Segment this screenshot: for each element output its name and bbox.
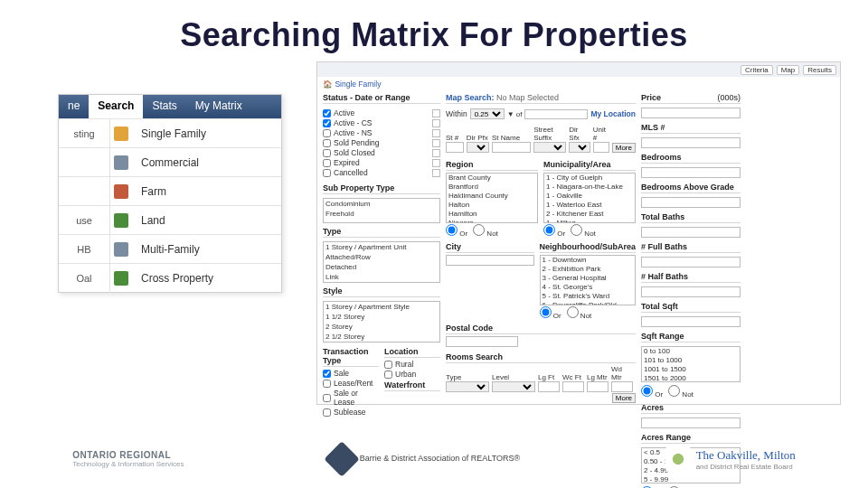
sqft-not[interactable] [668, 385, 680, 397]
menu-item-land[interactable]: useLand [59, 205, 281, 234]
rooms-more-button[interactable]: More [612, 393, 636, 403]
status-date-input[interactable] [432, 159, 440, 167]
list-item[interactable]: 101 to 1000 [642, 356, 740, 365]
menu-tab-left[interactable]: ne [59, 95, 89, 118]
status-date-input[interactable] [432, 149, 440, 157]
muni-not[interactable] [571, 224, 582, 236]
my-location-link[interactable]: My Location [590, 109, 636, 118]
list-item[interactable]: 3 Storey [324, 342, 439, 343]
menu-item-multi-family[interactable]: HBMulti-Family [59, 234, 281, 263]
list-item[interactable]: Attached/Row [324, 252, 439, 262]
list-item[interactable]: 1 - Milton [544, 219, 635, 223]
list-item[interactable]: 1 - Oakville [544, 192, 635, 201]
status-check[interactable] [323, 159, 331, 167]
fullbaths-input[interactable] [641, 257, 741, 267]
rooms-type-input[interactable] [446, 381, 489, 392]
status-date-input[interactable] [432, 169, 440, 177]
menu-item-farm[interactable]: Farm [59, 176, 281, 205]
list-item[interactable]: Halton [447, 201, 537, 210]
list-item[interactable]: 2 Storey [324, 322, 439, 332]
totalbaths-input[interactable] [641, 227, 741, 238]
list-item[interactable]: 2 1/2 Storey [324, 332, 439, 342]
unit-input[interactable] [593, 142, 609, 153]
check[interactable] [323, 370, 331, 378]
tab-criteria[interactable]: Criteria [741, 65, 773, 75]
list-item[interactable]: 1501 to 2000 [642, 374, 740, 382]
more-button[interactable]: More [612, 143, 636, 153]
dirpfx-select[interactable] [467, 142, 489, 153]
within-select[interactable]: 0.25 [470, 108, 505, 119]
region-listbox[interactable]: Brant CountyBrantfordHaldimand CountyHal… [446, 173, 538, 223]
rooms-wcft-input[interactable] [562, 381, 584, 392]
status-check[interactable] [323, 129, 331, 137]
list-item[interactable]: Hamilton [447, 210, 537, 219]
sqftrange-listbox[interactable]: 0 to 100101 to 10001001 to 15001501 to 2… [641, 346, 741, 382]
neigh-or[interactable] [540, 306, 552, 318]
status-check[interactable] [323, 149, 331, 157]
menu-item-single-family[interactable]: stingSingle Family [59, 118, 281, 147]
neigh-not[interactable] [567, 306, 579, 318]
check[interactable] [384, 371, 392, 379]
rooms-wdmtr-input[interactable] [611, 381, 633, 392]
list-item[interactable]: 2 - Kitchener East [544, 210, 635, 219]
list-item[interactable]: 1 - Downtown [541, 256, 636, 265]
list-item[interactable]: 1 Storey / Apartment Style [324, 302, 439, 312]
list-item[interactable]: 1 - Niagara-on-the-Lake [544, 183, 635, 192]
list-item[interactable]: Haldimand County [447, 192, 537, 201]
menu-item-commercial[interactable]: Commercial [59, 147, 281, 176]
list-item[interactable]: 1 - Waterloo East [544, 201, 635, 210]
mls-input[interactable] [641, 137, 741, 148]
sqft-input[interactable] [641, 316, 741, 327]
status-date-input[interactable] [432, 139, 440, 147]
status-check[interactable] [323, 119, 331, 127]
style-listbox[interactable]: 1 Storey / Apartment Style1 1/2 Storey2 … [323, 301, 440, 343]
menu-item-cross-property[interactable]: OalCross Property [59, 263, 281, 292]
stname-input[interactable] [492, 142, 531, 153]
list-item[interactable]: 2 - Exhibition Park [541, 265, 636, 274]
check[interactable] [323, 380, 331, 388]
acres-input[interactable] [641, 418, 741, 428]
list-item[interactable]: Niagara [447, 219, 537, 223]
list-item[interactable]: 5 - St. Patrick's Ward [541, 292, 636, 301]
neigh-listbox[interactable]: 1 - Downtown2 - Exhibition Park3 - Gener… [540, 255, 637, 305]
list-item[interactable]: 6 - Dovercliffe Park/Old [541, 301, 636, 305]
check[interactable] [384, 361, 392, 369]
list-item[interactable]: Mobile/Trailer [324, 282, 439, 283]
list-item[interactable]: Brant County [447, 174, 537, 183]
price-input[interactable] [641, 108, 741, 118]
tab-map[interactable]: Map [777, 65, 800, 75]
list-item[interactable]: Detached [324, 262, 439, 272]
list-item[interactable]: 0 to 100 [642, 347, 740, 356]
list-item[interactable]: 1001 to 1500 [642, 365, 740, 374]
check[interactable] [323, 408, 331, 417]
status-date-input[interactable] [432, 119, 440, 127]
type-listbox[interactable]: 1 Storey / Apartment UnitAttached/RowDet… [323, 241, 440, 283]
menu-tab-stats[interactable]: Stats [143, 95, 185, 118]
rooms-lgft-input[interactable] [538, 381, 560, 392]
region-not[interactable] [473, 224, 485, 236]
status-date-input[interactable] [432, 109, 440, 117]
within-input[interactable] [524, 109, 588, 119]
status-check[interactable] [323, 169, 331, 177]
list-item[interactable]: Link [324, 272, 439, 282]
rooms-level-input[interactable] [492, 381, 535, 392]
status-date-input[interactable] [432, 129, 440, 137]
stsfx-select[interactable] [533, 142, 566, 153]
region-or[interactable] [446, 224, 458, 236]
sqft-or[interactable] [641, 385, 653, 397]
list-item[interactable]: 1 - City of Guelph [544, 174, 635, 183]
list-item[interactable]: 3 - General Hospital [541, 274, 636, 283]
list-item[interactable]: Brantford [447, 183, 537, 192]
muni-listbox[interactable]: 1 - City of Guelph1 - Niagara-on-the-Lak… [543, 173, 636, 223]
halfbaths-input[interactable] [641, 286, 741, 297]
subprop-listbox[interactable]: CondominiumFreehold [323, 198, 440, 223]
rooms-lgmtr-input[interactable] [587, 381, 609, 392]
check[interactable] [323, 394, 331, 402]
status-check[interactable] [323, 139, 331, 147]
tab-results[interactable]: Results [803, 65, 836, 75]
bed-input[interactable] [641, 167, 741, 178]
postal-input[interactable] [446, 336, 518, 347]
dirsfx-select[interactable] [569, 142, 590, 153]
list-item[interactable]: 1 Storey / Apartment Unit [324, 242, 439, 252]
menu-tab-my[interactable]: My Matrix [186, 95, 251, 118]
